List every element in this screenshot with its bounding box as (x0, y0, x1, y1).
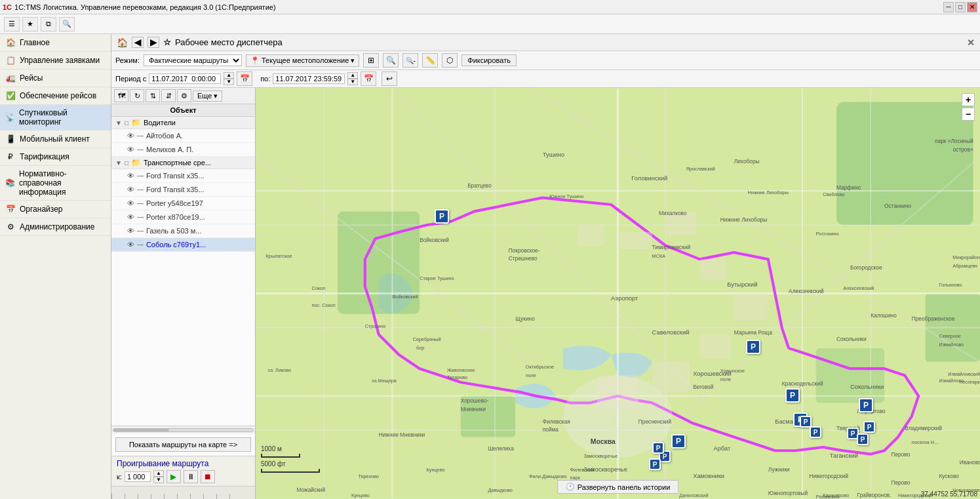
sidebar-item-label: Спутниковый мониторинг (19, 108, 106, 127)
driver-item-1[interactable]: 👁 ─ Айтобов А. (111, 129, 255, 143)
visibility-icon-2[interactable]: 👁 (127, 146, 134, 153)
vehicle-item-2[interactable]: 👁 ─ Ford Transit x35... (111, 183, 255, 197)
sidebar-item-home[interactable]: 🏠 Главное (0, 34, 111, 52)
svg-text:Ивановское: Ивановское (960, 459, 980, 466)
expand-history-button[interactable]: 🕐 Развернуть панель истории (557, 480, 679, 494)
vehicle-item-4[interactable]: 👁 ─ Porter x870ce19... (111, 210, 255, 224)
sidebar-item-tariff[interactable]: ₽ Тарификация (0, 148, 111, 166)
polygon-button[interactable]: ⬡ (442, 53, 458, 68)
vehicle-item-5[interactable]: 👁 ─ Газель а 503 м... (111, 224, 255, 238)
sidebar-item-reference[interactable]: 📚 Нормативно-справочная информация (0, 166, 111, 201)
svg-text:Беговой: Беговой (693, 384, 714, 390)
more-button[interactable]: Еще ▾ (193, 90, 222, 102)
svg-text:Терехово: Терехово (358, 473, 378, 479)
satellite-icon: 📡 (5, 112, 15, 123)
svg-text:Владимирский: Владимирский (905, 425, 942, 431)
vehicle-item-3[interactable]: 👁 ─ Porter y548ce197 (111, 197, 255, 210)
restore-button[interactable]: □ (955, 2, 966, 12)
svg-text:Микрорайон: Микрорайон (952, 254, 980, 260)
calendar-to-btn[interactable]: 📅 (361, 71, 376, 86)
play-button[interactable]: ▶ (167, 470, 181, 483)
content-area: 🗺 ↻ ⇅ ⇵ ⚙ Еще ▾ Объект ▼ □ (111, 88, 980, 499)
speed-down-btn[interactable]: ▼ (153, 477, 164, 483)
bookmark-icon[interactable]: ☆ (163, 37, 171, 47)
location-button[interactable]: 📍 Текущее местоположение ▾ (246, 54, 359, 67)
vis-icon-v1[interactable]: 👁 (127, 172, 134, 180)
sidebar-item-orders[interactable]: 📋 Управление заявками (0, 52, 111, 70)
calendar-from-btn[interactable]: 📅 (237, 71, 252, 86)
collapse-icon[interactable]: ▼ (115, 119, 122, 127)
location-icon: 📍 (250, 56, 260, 65)
svg-text:Свиблово: Свиблово (823, 191, 844, 197)
zoom-in-map-btn[interactable]: + (962, 93, 975, 106)
svg-text:остров»: остров» (953, 146, 973, 153)
stop-button[interactable]: ⏹ (201, 470, 215, 483)
date-to-up-btn[interactable]: ▲ (347, 72, 358, 79)
map-area[interactable]: Тушино Братцево Головинский Лихоборы Мих… (256, 88, 980, 499)
group-checkbox[interactable]: □ (125, 119, 128, 127)
driver-item-2[interactable]: 👁 ─ Мелихов А. П. (111, 143, 255, 157)
mode-select[interactable]: Фактические маршруты (144, 54, 242, 66)
window-controls[interactable]: ─ □ ✕ (943, 2, 977, 12)
minimize-button[interactable]: ─ (943, 2, 954, 12)
vehicles-checkbox[interactable]: □ (125, 159, 128, 167)
tree-scrollbar[interactable] (111, 426, 255, 433)
sort-desc-btn[interactable]: ⇵ (161, 89, 176, 102)
svg-text:Можайский: Можайский (297, 487, 326, 493)
menu-btn[interactable]: ☰ (4, 17, 20, 31)
show-routes-button[interactable]: Показать маршруты на карте => (115, 437, 251, 452)
refresh-period-btn[interactable]: ↩ (382, 71, 397, 86)
main-layout: 🏠 Главное 📋 Управление заявками 🚛 Рейсы … (0, 34, 980, 499)
copy-btn[interactable]: ⧉ (41, 17, 56, 31)
vehicle-item-6[interactable]: 👁 ─ Соболь с769ту1... (111, 238, 255, 252)
vehicle-item-1[interactable]: 👁 ─ Ford Transit x35... (111, 169, 255, 183)
vehicles-collapse-icon[interactable]: ▼ (115, 159, 122, 167)
zoom-out-map-btn[interactable]: − (962, 108, 975, 121)
close-button[interactable]: ✕ (967, 2, 977, 12)
vis-icon-v5[interactable]: 👁 (127, 227, 134, 235)
scale-bar: 1000 м 5000 фт (261, 445, 320, 473)
svg-text:Тушино: Тушино (543, 151, 564, 158)
show-on-map-btn[interactable]: 🗺 (114, 89, 128, 102)
vis-icon-v4[interactable]: 👁 (127, 213, 134, 221)
sidebar-item-supply[interactable]: ✅ Обеспечение рейсов (0, 87, 111, 105)
sidebar-item-trips[interactable]: 🚛 Рейсы (0, 70, 111, 87)
star-btn[interactable]: ★ (22, 17, 38, 31)
period-from-input[interactable] (149, 73, 221, 84)
visibility-icon-1[interactable]: 👁 (127, 132, 134, 140)
forward-btn[interactable]: ▶ (147, 37, 159, 48)
refresh-btn[interactable]: ↻ (130, 89, 144, 102)
fix-button[interactable]: Фиксировать (461, 54, 517, 66)
date-to-down-btn[interactable]: ▼ (347, 79, 358, 85)
sidebar-item-monitoring[interactable]: 📡 Спутниковый мониторинг (0, 105, 111, 130)
speed-up-btn[interactable]: ▲ (153, 470, 164, 477)
sidebar-item-mobile[interactable]: 📱 Мобильный клиент (0, 130, 111, 148)
svg-text:Нижние Мневники: Нижние Мневники (379, 431, 425, 438)
sidebar-item-label: Главное (20, 38, 50, 47)
home-nav-icon[interactable]: 🏠 (117, 37, 128, 48)
timeline[interactable] (111, 486, 255, 499)
dropdown-arrow-icon: ▾ (351, 56, 355, 65)
panel-close-btn[interactable]: ✕ (967, 37, 975, 48)
ruler-button[interactable]: 📏 (422, 53, 438, 68)
zoom-out-button[interactable]: 🔍- (402, 53, 418, 68)
period-to-input[interactable] (273, 73, 345, 84)
vis-icon-v2[interactable]: 👁 (127, 186, 134, 193)
calendar-icon: 📅 (5, 204, 16, 214)
zoom-in-button[interactable]: 🔍 (383, 53, 399, 68)
sidebar-item-organizer[interactable]: 📅 Органайзер (0, 201, 111, 218)
date-from-up-btn[interactable]: ▲ (224, 72, 234, 79)
sidebar-item-admin[interactable]: ⚙ Администрирование (0, 218, 111, 236)
vehicle-3-label: Porter y548ce197 (146, 199, 203, 207)
pause-button[interactable]: ⏸ (184, 470, 198, 483)
filter-btn[interactable]: ⚙ (177, 89, 191, 102)
speed-input[interactable] (125, 471, 151, 482)
sort-asc-btn[interactable]: ⇅ (146, 89, 160, 102)
book-icon: 📚 (5, 178, 15, 188)
back-btn[interactable]: ◀ (132, 37, 144, 48)
vis-icon-v6[interactable]: 👁 (127, 241, 134, 249)
date-from-down-btn[interactable]: ▼ (224, 79, 234, 85)
vis-icon-v3[interactable]: 👁 (127, 199, 134, 207)
search-btn[interactable]: 🔍 (59, 17, 75, 31)
zoom-fit-button[interactable]: ⊞ (363, 53, 379, 68)
